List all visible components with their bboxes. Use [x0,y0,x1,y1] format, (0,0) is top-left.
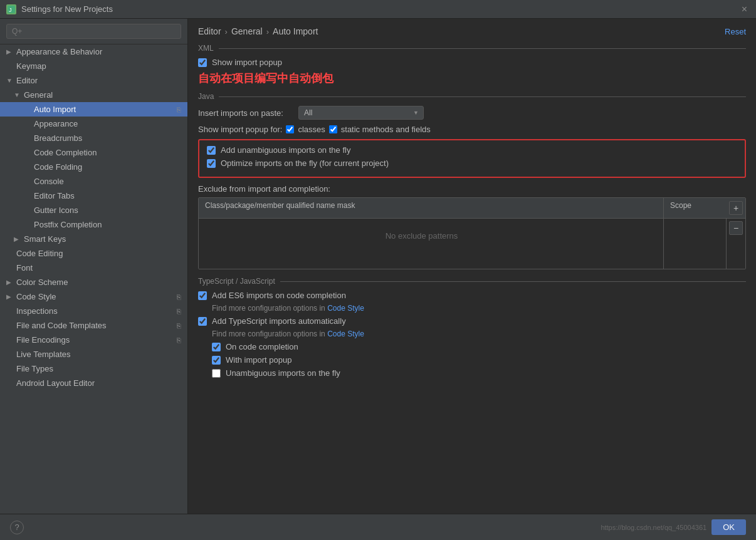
optimize-imports-checkbox[interactable] [207,159,216,168]
on-code-completion-row: On code completion [198,342,746,351]
arrow-icon: ▼ [6,77,14,84]
breadcrumb-auto-import: Auto Import [273,26,318,36]
search-input[interactable] [6,24,181,39]
bottom-actions: https://blog.csdn.net/qq_45004361 OK [601,519,746,535]
arrow-icon: ▶ [14,236,21,242]
insert-imports-row: Insert imports on paste: All Ask None [198,106,746,120]
sidebar-item-editor-tabs[interactable]: Editor Tabs [0,189,187,203]
es6-more-config-text: Find more configuration options in [212,304,325,313]
content-area: Editor › General › Auto Import Reset XML… [188,19,756,514]
copy-icon: ⎘ [177,322,181,330]
sidebar-item-postfix-completion[interactable]: Postfix Completion [0,217,187,232]
sidebar-item-color-scheme[interactable]: ▶ Color Scheme [0,275,187,289]
code-style-link-1[interactable]: Code Style [327,304,364,313]
exclude-table-header: Class/package/member qualified name mask… [199,198,745,219]
add-unambiguous-checkbox[interactable] [207,146,216,155]
copy-icon: ⎘ [177,293,181,301]
sidebar-item-android-layout[interactable]: Android Layout Editor [0,376,187,390]
sidebar-label: Code Style [16,292,56,301]
sidebar-item-keymap[interactable]: Keymap [0,59,187,73]
exclude-table: Class/package/member qualified name mask… [198,197,746,269]
sidebar-item-smart-keys[interactable]: ▶ Smart Keys [0,232,187,246]
window-title: Settings for New Projects [21,4,739,14]
add-es6-checkbox[interactable] [198,291,207,300]
sidebar-item-auto-import[interactable]: Auto Import ⎘ [0,102,187,117]
search-box [0,19,187,44]
on-code-completion-label: On code completion [226,342,298,351]
sidebar-label: Live Templates [16,350,70,359]
section-divider [219,96,746,97]
sidebar-item-inspections[interactable]: Inspections ⎘ [0,304,187,318]
static-methods-checkbox[interactable] [329,125,337,133]
add-ts-imports-row: Add TypeScript imports automatically [198,316,746,326]
add-row-button[interactable]: + [729,201,743,215]
xml-show-import-popup-checkbox[interactable] [198,58,207,67]
sidebar-item-code-completion[interactable]: Code Completion [0,145,187,160]
remove-row-button[interactable]: − [729,221,743,235]
insert-imports-label: Insert imports on paste: [198,108,298,118]
col-data-area: No exclude patterns [199,219,664,269]
sidebar-label: Gutter Icons [34,205,78,215]
sidebar-item-appearance[interactable]: Appearance [0,117,187,131]
sidebar-label: Smart Keys [24,234,66,244]
sidebar-item-live-templates[interactable]: Live Templates [0,347,187,361]
content-scroll: XML Show import popup 自动在项目编写中自动倒包 Java … [188,41,756,514]
sidebar-item-gutter-icons[interactable]: Gutter Icons [0,203,187,217]
ts-more-config: Find more configuration options in Code … [198,330,746,338]
sidebar-item-editor[interactable]: ▼ Editor [0,73,187,88]
sidebar-label: Postfix Completion [34,220,102,229]
ts-section: TypeScript / JavaScript Add ES6 imports … [198,277,746,378]
no-patterns-text: No exclude patterns [199,219,644,253]
with-import-popup-checkbox[interactable] [212,356,221,365]
close-button[interactable]: × [739,4,750,15]
breadcrumb-sep1: › [225,27,228,36]
add-es6-label: Add ES6 imports on code completion [212,291,346,300]
unambiguous-imports-label: Unambiguous imports on the fly [226,368,340,378]
add-unambiguous-label: Add unambiguous imports on the fly [221,145,350,155]
add-ts-imports-checkbox[interactable] [198,317,207,326]
sidebar-item-general[interactable]: ▼ General [0,88,187,102]
insert-imports-select[interactable]: All Ask None [298,106,424,120]
sidebar-item-file-encodings[interactable]: File Encodings ⎘ [0,333,187,347]
sidebar-label: File Encodings [16,335,70,345]
bottom-bar: ? https://blog.csdn.net/qq_45004361 OK [0,514,756,540]
xml-show-import-popup-row: Show import popup [198,58,746,67]
breadcrumb: Editor › General › Auto Import Reset [188,19,756,41]
code-style-link-2[interactable]: Code Style [327,330,364,338]
sidebar-label: Code Editing [16,249,63,258]
sidebar: ▶ Appearance & Behavior Keymap ▼ Editor … [0,19,188,514]
sidebar-tree: ▶ Appearance & Behavior Keymap ▼ Editor … [0,44,187,514]
svg-text:J: J [9,7,12,13]
add-ts-imports-label: Add TypeScript imports automatically [212,316,346,326]
classes-checkbox[interactable] [286,125,294,133]
sidebar-item-breadcrumbs[interactable]: Breadcrumbs [0,131,187,145]
col-actions-header: + [727,198,745,218]
exclude-table-body-inner: No exclude patterns − [199,219,745,269]
sidebar-item-code-style[interactable]: ▶ Code Style ⎘ [0,289,187,304]
ok-button[interactable]: OK [711,519,746,535]
sidebar-label: Color Scheme [16,278,68,287]
sidebar-item-file-code-templates[interactable]: File and Code Templates ⎘ [0,318,187,333]
reset-button[interactable]: Reset [725,27,746,36]
col-name-header: Class/package/member qualified name mask [199,198,664,218]
xml-show-import-popup-label: Show import popup [212,58,282,67]
sidebar-item-code-editing[interactable]: Code Editing [0,246,187,261]
highlight-box: Add unambiguous imports on the fly Optim… [198,139,746,178]
static-methods-label: static methods and fields [341,125,431,134]
sidebar-item-font[interactable]: Font [0,261,187,275]
on-code-completion-checkbox[interactable] [212,343,221,351]
sidebar-label: Font [16,263,33,273]
sidebar-item-console[interactable]: Console [0,174,187,189]
annotation-text: 自动在项目编写中自动倒包 [198,71,746,86]
section-divider [219,48,746,49]
sidebar-item-appearance-behavior[interactable]: ▶ Appearance & Behavior [0,44,187,59]
section-divider [280,281,746,282]
sidebar-label: Editor Tabs [34,191,75,200]
help-button[interactable]: ? [10,521,24,534]
unambiguous-imports-checkbox[interactable] [212,369,221,378]
sidebar-item-file-types[interactable]: File Types [0,361,187,376]
with-import-popup-label: With import popup [226,355,292,365]
with-import-popup-row: With import popup [198,355,746,365]
insert-imports-select-wrapper: All Ask None [298,106,424,120]
sidebar-item-code-folding[interactable]: Code Folding [0,160,187,174]
